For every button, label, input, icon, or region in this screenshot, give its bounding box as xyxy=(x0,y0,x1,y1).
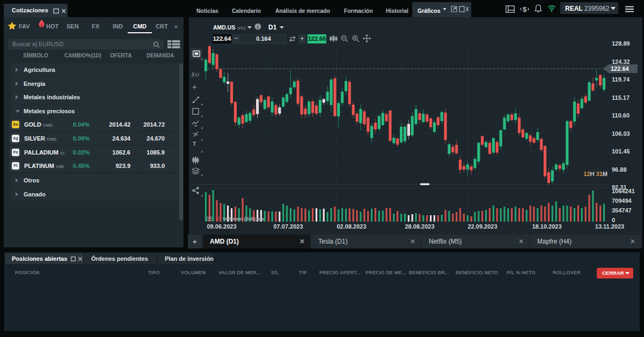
svg-text:122.64: 122.64 xyxy=(611,65,630,72)
svg-text:$: $ xyxy=(523,5,527,13)
